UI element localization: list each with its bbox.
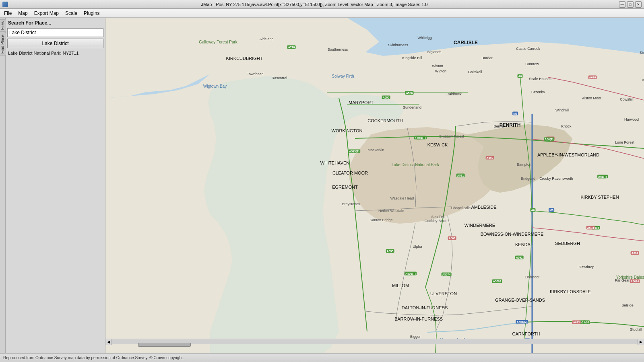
menu-file[interactable]: File [1, 10, 15, 17]
app-icon [2, 2, 8, 7]
horizontal-scrollbar: ◀ ▶ [105, 339, 644, 344]
search-input[interactable] [7, 28, 103, 37]
menu-map[interactable]: Map [15, 10, 31, 17]
search-button[interactable]: Lake District [7, 39, 103, 48]
menu-export-map[interactable]: Export Map [31, 10, 62, 17]
maximize-button[interactable]: □ [627, 1, 634, 8]
sidebar-tab-files[interactable]: Files [0, 19, 6, 32]
titlebar: JMap - Pos: NY 275 115(java.awt.Point[x=… [0, 0, 644, 9]
search-result: Lake District National Park: NY2711 [7, 50, 103, 56]
statusbar: Reproduced from Ordnance Survey map data… [0, 353, 644, 362]
menu-plugins[interactable]: Plugins [80, 10, 103, 17]
window-controls: — □ ✕ [619, 1, 642, 8]
main-area: Files Find Place Search For Place... Lak… [0, 18, 644, 353]
close-button[interactable]: ✕ [635, 1, 642, 8]
search-label: Search For Place... [7, 19, 103, 27]
scroll-left-button[interactable]: ◀ [105, 339, 112, 345]
map-area[interactable]: CARLISLEPENRITHKESWICKWORKINGTONCOCKERMO… [105, 18, 644, 353]
sidebar-tab-find-place[interactable]: Find Place [0, 33, 6, 56]
menubar: File Map Export Map Scale Plugins [0, 9, 644, 18]
left-panel: Search For Place... Lake District Lake D… [6, 18, 105, 353]
sidebar-tabs: Files Find Place [0, 18, 6, 353]
status-text: Reproduced from Ordnance Survey map data… [3, 356, 184, 360]
menu-scale[interactable]: Scale [62, 10, 80, 17]
title-text: JMap - Pos: NY 275 115(java.awt.Point[x=… [201, 2, 428, 7]
scroll-thumb[interactable] [138, 343, 191, 347]
scroll-right-button[interactable]: ▶ [638, 339, 644, 345]
minimize-button[interactable]: — [619, 1, 625, 8]
